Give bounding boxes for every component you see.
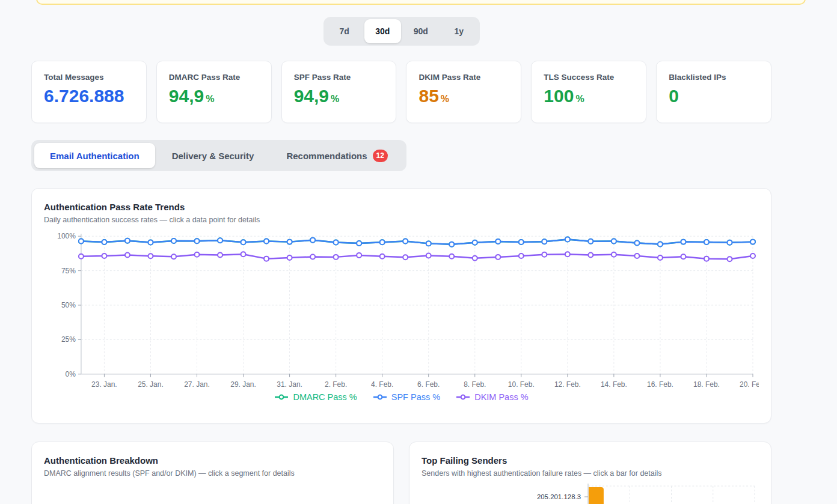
svg-text:205.201.128.3: 205.201.128.3 <box>537 493 581 500</box>
breakdown-card-subtitle: DMARC alignment results (SPF and/or DKIM… <box>44 469 381 478</box>
legend-marker-icon <box>456 394 470 400</box>
svg-text:100%: 100% <box>57 232 76 240</box>
tab-recommendations-label: Recommendations <box>286 151 367 161</box>
range-7d-button[interactable]: 7d <box>326 19 363 43</box>
svg-text:4. Feb.: 4. Feb. <box>371 380 393 389</box>
svg-text:31. Jan.: 31. Jan. <box>277 380 302 389</box>
warning-banner-cutoff <box>36 0 806 5</box>
dashboard-page: 7d 30d 90d 1y Total Messages 6.726.888 D… <box>0 0 837 504</box>
stat-label: Total Messages <box>44 73 134 82</box>
main-tabs: Email Authentication Delivery & Security… <box>31 140 406 171</box>
stat-label: TLS Success Rate <box>544 73 634 82</box>
svg-text:10. Feb.: 10. Feb. <box>508 380 535 389</box>
trend-chart-legend: DMARC Pass %SPF Pass %DKIM Pass % <box>44 392 759 402</box>
svg-text:25. Jan.: 25. Jan. <box>138 380 164 389</box>
svg-text:20. Feb.: 20. Feb. <box>740 380 759 389</box>
trend-card-subtitle: Daily authentication success rates — cli… <box>44 216 759 224</box>
svg-text:23. Jan.: 23. Jan. <box>91 380 117 389</box>
failing-card-subtitle: Senders with highest authentication fail… <box>422 469 759 478</box>
svg-text:6. Feb.: 6. Feb. <box>417 380 440 389</box>
range-1y-button[interactable]: 1y <box>441 19 478 43</box>
failing-card-title: Top Failing Senders <box>422 455 759 466</box>
svg-text:50%: 50% <box>61 301 76 309</box>
stat-label: DKIM Pass Rate <box>419 73 509 82</box>
stats-row: Total Messages 6.726.888 DMARC Pass Rate… <box>31 61 771 123</box>
bottom-cards-row: Authentication Breakdown DMARC alignment… <box>31 442 771 504</box>
stat-tls-success-rate: TLS Success Rate 100% <box>531 61 646 123</box>
range-30d-button[interactable]: 30d <box>364 19 402 43</box>
tab-email-authentication[interactable]: Email Authentication <box>34 143 155 168</box>
top-failing-senders-bar-chart[interactable]: 205.201.128.3 <box>422 482 759 504</box>
svg-text:8. Feb.: 8. Feb. <box>464 380 486 389</box>
legend-marker-icon <box>274 394 289 400</box>
svg-text:29. Jan.: 29. Jan. <box>230 380 256 389</box>
stat-value: 100% <box>544 87 634 105</box>
svg-text:12. Feb.: 12. Feb. <box>554 380 581 389</box>
svg-text:2. Feb.: 2. Feb. <box>325 380 347 389</box>
time-range-selector: 7d 30d 90d 1y <box>323 17 480 46</box>
stat-spf-pass-rate: SPF Pass Rate 94,9% <box>281 61 397 123</box>
breakdown-card-title: Authentication Breakdown <box>44 455 381 466</box>
stat-value: 85% <box>419 87 509 105</box>
stat-total-messages: Total Messages 6.726.888 <box>31 61 147 123</box>
svg-text:18. Feb.: 18. Feb. <box>693 380 720 389</box>
tab-delivery-security[interactable]: Delivery & Security <box>156 143 270 168</box>
stat-blacklisted-ips: Blacklisted IPs 0 <box>656 61 771 123</box>
svg-text:75%: 75% <box>61 267 76 275</box>
recommendations-count-badge: 12 <box>373 150 388 162</box>
top-failing-senders-card: Top Failing Senders Senders with highest… <box>409 442 771 504</box>
stat-value: 94,9% <box>294 87 384 105</box>
legend-item[interactable]: SPF Pass % <box>373 392 440 402</box>
trend-card-title: Authentication Pass Rate Trends <box>44 202 759 212</box>
svg-text:16. Feb.: 16. Feb. <box>647 380 673 389</box>
stat-dkim-pass-rate: DKIM Pass Rate 85% <box>406 61 521 123</box>
stat-label: DMARC Pass Rate <box>169 73 259 82</box>
stat-label: SPF Pass Rate <box>294 73 384 82</box>
stat-value: 94,9% <box>169 87 259 105</box>
legend-item[interactable]: DMARC Pass % <box>274 392 357 402</box>
auth-pass-rate-trends-card: Authentication Pass Rate Trends Daily au… <box>31 188 771 424</box>
legend-item[interactable]: DKIM Pass % <box>456 392 528 402</box>
authentication-breakdown-card: Authentication Breakdown DMARC alignment… <box>31 442 394 504</box>
stat-value: 0 <box>669 87 759 105</box>
svg-text:14. Feb.: 14. Feb. <box>601 380 627 389</box>
stat-label: Blacklisted IPs <box>669 73 759 82</box>
tab-recommendations[interactable]: Recommendations 12 <box>271 143 403 168</box>
stat-dmarc-pass-rate: DMARC Pass Rate 94,9% <box>156 61 272 123</box>
svg-text:0%: 0% <box>66 370 76 378</box>
stat-value: 6.726.888 <box>44 87 134 105</box>
legend-marker-icon <box>373 394 387 400</box>
svg-text:25%: 25% <box>61 335 76 344</box>
range-90d-button[interactable]: 90d <box>402 19 440 43</box>
trend-line-chart[interactable]: 0%25%50%75%100%23. Jan.25. Jan.27. Jan.2… <box>44 229 759 392</box>
svg-text:27. Jan.: 27. Jan. <box>184 380 210 389</box>
